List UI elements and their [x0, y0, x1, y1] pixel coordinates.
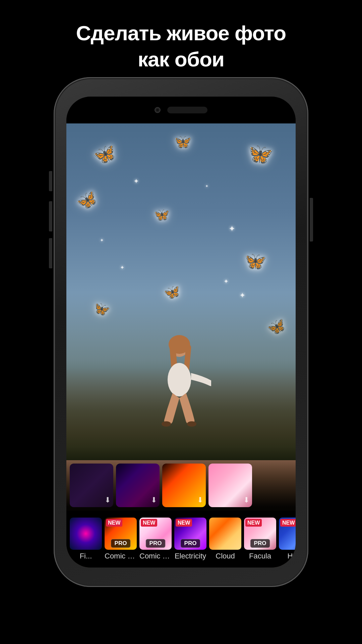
effect-item-cloud[interactable]: Cloud — [208, 518, 242, 560]
effect-thumb-4[interactable]: ⬇ — [208, 464, 252, 507]
phone-mockup: 🦋 🦋 🦋 🦋 🦋 🦋 🦋 🦋 🦋 ✦ ✦ ✦ ✦ ✦ ✦ ✦ — [54, 77, 308, 587]
volume-down-button — [49, 238, 52, 268]
phone-screen: 🦋 🦋 🦋 🦋 🦋 🦋 🦋 🦋 🦋 ✦ ✦ ✦ ✦ ✦ ✦ ✦ — [66, 97, 296, 568]
download-icon: ⬇ — [105, 496, 111, 504]
download-icon: ⬇ — [151, 496, 157, 504]
person-figure — [151, 333, 211, 440]
photo-preview: 🦋 🦋 🦋 🦋 🦋 🦋 🦋 🦋 🦋 ✦ ✦ ✦ ✦ ✦ ✦ ✦ — [66, 123, 296, 568]
effect-thumb-halo: NEW — [279, 518, 296, 550]
effect-thumb-facula: NEW PRO — [244, 518, 276, 550]
effect-label-electricity: Electricity — [175, 552, 206, 560]
svg-point-4 — [168, 363, 191, 396]
badge-new: NEW — [141, 519, 157, 527]
status-bar — [66, 97, 296, 123]
effects-row-top: ⬇ ⬇ ⬇ ⬇ — [66, 460, 296, 511]
sparkle-3: ✦ — [120, 264, 124, 271]
sparkle-2: ✦ — [229, 224, 235, 233]
effect-thumb-3[interactable]: ⬇ — [162, 464, 206, 507]
front-camera — [155, 107, 161, 113]
sparkle-7: ✦ — [205, 184, 208, 189]
speaker-grille — [167, 107, 207, 113]
butterfly-5: 🦋 — [153, 207, 170, 223]
effect-thumb-electricity: NEW PRO — [174, 518, 206, 550]
badge-new: NEW — [280, 519, 296, 527]
effect-thumb-comic-smoke: NEW PRO — [139, 518, 172, 550]
svg-point-5 — [162, 421, 171, 427]
badge-new: NEW — [176, 519, 192, 527]
volume-up-button — [49, 201, 52, 231]
effect-label-facula: Facula — [249, 552, 271, 560]
title-line2: как обои — [138, 48, 224, 71]
sparkle-4: ✦ — [224, 278, 229, 285]
badge-new: NEW — [245, 519, 262, 527]
effect-thumb-1[interactable]: ⬇ — [70, 464, 113, 507]
butterfly-2: 🦋 — [172, 132, 192, 151]
download-icon: ⬇ — [197, 496, 203, 504]
badge-pro: PRO — [111, 539, 131, 548]
effect-label-filming: Fi... — [80, 552, 92, 560]
effect-label-comic-smoke: Comic S... — [139, 552, 172, 560]
sparkle-5: ✦ — [100, 237, 104, 243]
effect-label-cloud: Cloud — [216, 552, 235, 560]
effect-item-halo[interactable]: NEW Halo — [278, 518, 296, 560]
svg-point-6 — [187, 421, 196, 427]
effect-thumb-cloud — [209, 518, 241, 550]
effects-row-bottom: Fi... NEW PRO Comic Fi... NEW PRO — [66, 511, 296, 568]
phone-shell: 🦋 🦋 🦋 🦋 🦋 🦋 🦋 🦋 🦋 ✦ ✦ ✦ ✦ ✦ ✦ ✦ — [54, 77, 308, 587]
power-button — [310, 198, 313, 241]
badge-new: NEW — [106, 519, 122, 527]
download-icon: ⬇ — [243, 496, 249, 504]
effect-thumb-filming — [70, 518, 102, 550]
effect-thumb-comic-fire: NEW PRO — [105, 518, 137, 550]
effect-item-filming[interactable]: Fi... — [69, 518, 103, 560]
effect-item-facula[interactable]: NEW PRO Facula — [243, 518, 277, 560]
effect-thumb-2[interactable]: ⬇ — [116, 464, 160, 507]
volume-mute-button — [49, 171, 52, 191]
effect-label-comic-fire: Comic Fi... — [105, 552, 137, 560]
page-title: Сделать живое фото как обои — [0, 20, 362, 72]
badge-pro: PRO — [146, 539, 166, 548]
badge-pro: PRO — [250, 539, 270, 548]
badge-pro: PRO — [181, 539, 200, 548]
title-line1: Сделать живое фото — [76, 21, 286, 45]
effect-item-comic-smoke[interactable]: NEW PRO Comic S... — [139, 518, 172, 560]
effect-item-comic-fire[interactable]: NEW PRO Comic Fi... — [104, 518, 137, 560]
sparkle-1: ✦ — [133, 177, 139, 185]
effect-label-halo: Halo — [287, 552, 296, 560]
effect-item-electricity[interactable]: NEW PRO Electricity — [174, 518, 207, 560]
